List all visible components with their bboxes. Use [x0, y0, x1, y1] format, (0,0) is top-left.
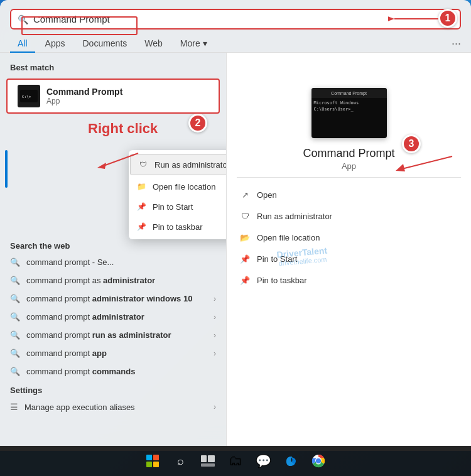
tab-all[interactable]: All: [10, 35, 35, 52]
win-pane-green: [146, 462, 152, 467]
settings-item-arrow-1: ›: [214, 403, 216, 411]
chrome-icon: [311, 454, 325, 468]
search-result-text-7: command prompt commands: [26, 367, 135, 376]
right-action-open[interactable]: ↗ Open: [237, 184, 461, 205]
search-result-7[interactable]: 🔍 command prompt commands: [0, 362, 226, 381]
step-3-circle: 3: [402, 134, 421, 153]
best-match-type: App: [46, 97, 208, 105]
right-action-pin-start[interactable]: 📌 Pin to Start: [237, 248, 461, 269]
ctx-open-file-location[interactable]: 📁 Open file location: [129, 176, 226, 197]
search-result-text-4: command prompt administrator: [26, 312, 144, 322]
taskbar-taskview-button[interactable]: [196, 449, 220, 473]
ctx-open-file-label: Open file location: [153, 182, 215, 192]
cmd-app-icon: [18, 85, 40, 107]
svg-rect-6: [208, 455, 215, 462]
right-action-pin-taskbar[interactable]: 📌 Pin to taskbar: [237, 269, 461, 291]
search-result-icon-6: 🔍: [10, 349, 20, 358]
svg-rect-5: [201, 455, 207, 462]
search-result-arrow-3: ›: [214, 295, 216, 303]
svg-point-10: [317, 459, 321, 463]
pin-icon: 📌: [136, 202, 146, 212]
best-match-label: Best match: [0, 59, 226, 76]
search-icon: 🔍: [18, 14, 28, 24]
pin-start-icon: 📌: [239, 253, 251, 264]
best-match-item[interactable]: Command Prompt App: [6, 78, 220, 114]
tab-documents[interactable]: Documents: [75, 35, 134, 52]
best-match-text: Command Prompt App: [46, 87, 208, 105]
win-pane-red: [153, 455, 159, 460]
right-panel-title: Command Prompt: [237, 147, 461, 160]
win-pane-yellow: [153, 462, 159, 467]
search-result-icon-5: 🔍: [10, 330, 20, 340]
cmd-preview: Command Prompt Microsoft Windows C:\User…: [311, 88, 387, 138]
ctx-run-as-admin-label: Run as administrator: [154, 160, 226, 170]
taskbar-windows-button[interactable]: [141, 449, 165, 473]
right-action-open-location[interactable]: 📂 Open file location: [237, 227, 461, 248]
tab-apps[interactable]: Apps: [38, 35, 73, 52]
desktop: 🔍 1 All Apps Documents Web More ▾ ···: [0, 0, 471, 476]
taskbar-chat-button[interactable]: 💬: [251, 449, 275, 473]
nav-tabs: All Apps Documents Web More ▾ ···: [0, 30, 471, 53]
search-result-6[interactable]: 🔍 command prompt app ›: [0, 344, 226, 362]
main-content: Best match Right click 2: [0, 53, 471, 447]
windows-logo: [146, 455, 159, 467]
search-result-4[interactable]: 🔍 command prompt administrator ›: [0, 308, 226, 326]
settings-item-1[interactable]: ☰ Manage app execution aliases ›: [0, 398, 226, 416]
taskbar-search-button[interactable]: ⌕: [168, 449, 192, 473]
cmd-preview-header: Command Prompt: [311, 88, 387, 98]
taskbar-edge-button[interactable]: [279, 449, 303, 473]
search-result-icon-2: 🔍: [10, 276, 20, 285]
taskbar-fileexplorer-button[interactable]: 🗂: [224, 449, 247, 473]
search-result-arrow-6: ›: [214, 349, 216, 358]
ctx-pin-taskbar-label: Pin to taskbar: [153, 222, 203, 232]
search-result-3[interactable]: 🔍 command prompt administrator windows 1…: [0, 289, 226, 308]
ctx-pin-start[interactable]: 📌 Pin to Start: [129, 197, 226, 217]
right-panel-subtitle: App: [237, 161, 461, 171]
tab-web[interactable]: Web: [137, 35, 170, 52]
settings-label: Settings: [0, 381, 226, 398]
ctx-pin-taskbar[interactable]: 📌 Pin to taskbar: [129, 217, 226, 237]
best-match-accent: [5, 150, 8, 188]
search-result-1[interactable]: 🔍 command prompt - Se...: [0, 253, 226, 271]
right-action-run-admin-label: Run as administrator: [257, 212, 332, 221]
taskview-icon: [201, 455, 215, 467]
search-result-text-2: command prompt as administrator: [26, 276, 155, 285]
taskbar-chrome-button[interactable]: [306, 449, 330, 473]
edge-icon: [284, 454, 298, 468]
cmd-preview-body: Microsoft Windows C:\Users\User>_: [311, 98, 387, 116]
search-result-icon-4: 🔍: [10, 312, 20, 322]
left-panel: Best match Right click 2: [0, 53, 226, 447]
search-result-2[interactable]: 🔍 command prompt as administrator: [0, 271, 226, 289]
search-result-icon-7: 🔍: [10, 367, 20, 376]
search-result-text-3: command prompt administrator windows 10: [26, 294, 192, 303]
search-result-icon-3: 🔍: [10, 294, 20, 303]
ctx-pin-start-label: Pin to Start: [153, 202, 193, 212]
folder-icon: 📁: [136, 181, 146, 192]
right-action-run-admin[interactable]: 🛡 Run as administrator: [237, 205, 461, 227]
file-explorer-icon: 🗂: [229, 453, 242, 469]
right-panel-divider: [237, 177, 461, 178]
settings-item-text-1: Manage app execution aliases: [24, 403, 214, 412]
win-pane-blue: [146, 455, 152, 460]
right-panel: 3 Command Prompt Microsoft Windows: [226, 53, 471, 447]
shield-icon: 🛡: [138, 160, 148, 170]
svg-rect-7: [201, 463, 215, 467]
best-match-name: Command Prompt: [46, 87, 208, 97]
search-bar: 🔍: [10, 9, 461, 30]
search-result-arrow-5: ›: [214, 331, 216, 340]
right-action-open-location-label: Open file location: [257, 233, 320, 242]
search-result-icon-1: 🔍: [10, 257, 20, 267]
search-result-text-5: command prompt run as administrator: [26, 330, 171, 340]
tab-more[interactable]: More ▾: [173, 35, 215, 52]
right-action-pin-start-label: Pin to Start: [257, 254, 297, 264]
taskbar-search-icon: ⌕: [177, 455, 184, 468]
search-result-5[interactable]: 🔍 command prompt run as administrator ›: [0, 326, 226, 344]
pin-taskbar-icon: 📌: [239, 274, 251, 286]
nav-more-options[interactable]: ···: [452, 37, 461, 50]
svg-marker-2: [97, 163, 106, 169]
cmd-preview-title-text: Command Prompt: [314, 91, 384, 95]
chat-icon: 💬: [256, 453, 271, 468]
ctx-run-as-admin[interactable]: 🛡 Run as administrator: [130, 154, 226, 175]
search-input[interactable]: [33, 14, 453, 24]
right-action-open-label: Open: [257, 190, 277, 200]
